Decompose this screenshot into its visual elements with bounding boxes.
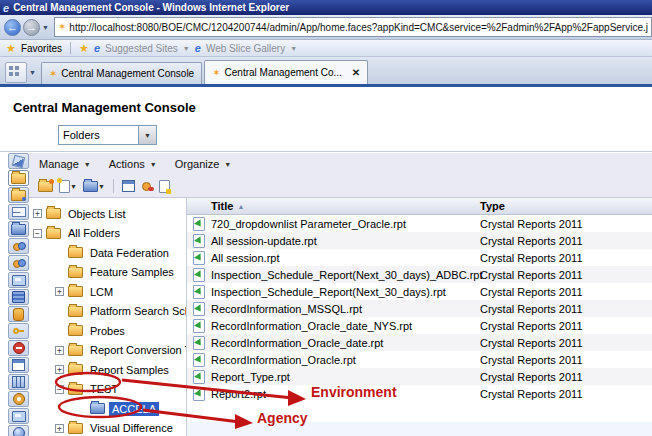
address-input[interactable] xyxy=(69,22,648,33)
organize-menu[interactable]: Organize▼ xyxy=(175,158,232,170)
chevron-down-icon[interactable]: ▼ xyxy=(98,183,105,190)
folder-icon xyxy=(90,403,105,414)
tree-item-lcm[interactable]: +LCM xyxy=(29,282,186,302)
tree-item-label: ACCELA xyxy=(109,402,159,416)
organize-folder-icon xyxy=(83,181,98,192)
new-object-button[interactable]: ▼ xyxy=(59,180,77,193)
actions-menu[interactable]: Actions▼ xyxy=(109,158,157,170)
expand-icon[interactable]: + xyxy=(55,424,64,433)
suggested-sites-icon: e xyxy=(94,43,100,53)
tab-cmc-2-active[interactable]: ✶ Central Management Co... ✕ xyxy=(204,60,368,84)
user-groups-button[interactable] xyxy=(8,255,29,271)
expand-icon[interactable]: + xyxy=(55,346,64,355)
home-button[interactable] xyxy=(8,153,29,169)
add-folder-button[interactable] xyxy=(38,181,53,192)
personal-folders-button[interactable] xyxy=(8,187,29,203)
tree-item-probes[interactable]: Probes xyxy=(29,321,186,341)
crystal-report-icon xyxy=(193,268,205,282)
tab-label: Central Management Console xyxy=(61,68,194,79)
expand-icon[interactable]: + xyxy=(55,365,64,374)
forward-button[interactable]: → xyxy=(23,19,40,36)
calendars-button[interactable] xyxy=(8,357,29,373)
table-row[interactable]: All session.rptCrystal Reports 2011 xyxy=(187,249,652,266)
tab-label: Central Management Co... xyxy=(225,67,342,78)
tree-item-feature-samples[interactable]: Feature Samples xyxy=(29,263,186,283)
tree-item-data-federation[interactable]: Data Federation xyxy=(29,243,186,263)
chevron-down-icon: ▼ xyxy=(224,161,231,168)
note-button[interactable] xyxy=(159,180,170,193)
table-row[interactable]: Report_Type.rptCrystal Reports 2011 xyxy=(187,368,652,385)
add-favorite-icon[interactable]: ★ xyxy=(79,42,89,55)
tree-item-report-samples[interactable]: +Report Samples xyxy=(29,360,186,380)
suggested-sites-button[interactable]: Suggested Sites xyxy=(105,43,178,54)
categories-button[interactable] xyxy=(8,221,29,237)
crystal-report-icon xyxy=(193,370,205,384)
new-object-icon xyxy=(59,180,70,193)
tab-close-icon[interactable]: ✕ xyxy=(352,67,360,78)
table-row[interactable]: Inspection_Schedule_Report(Next_30_days)… xyxy=(187,283,652,300)
user-security-button[interactable] xyxy=(122,180,135,192)
back-button[interactable]: ← xyxy=(4,19,21,36)
row-type: Crystal Reports 2011 xyxy=(480,235,652,247)
table-row[interactable]: RecordInformation_Oracle_date.rptCrystal… xyxy=(187,334,652,351)
remove-user-button[interactable] xyxy=(141,181,153,191)
tree-item-platform-search-scheduling[interactable]: Platform Search Scheduling xyxy=(29,302,186,322)
expand-icon[interactable]: + xyxy=(55,287,64,296)
suggested-sites-caret-icon[interactable]: ▼ xyxy=(183,45,190,52)
type-column-header[interactable]: Type xyxy=(480,200,652,212)
environment-annotation: Environment xyxy=(311,384,397,400)
table-row[interactable]: Inspection_Schedule_Report(Next_30_days)… xyxy=(187,266,652,283)
chevron-down-icon[interactable]: ▼ xyxy=(70,183,77,190)
manage-menu[interactable]: Manage▼ xyxy=(39,158,91,170)
sessions-button[interactable] xyxy=(8,272,29,288)
web-slice-button[interactable]: Web Slice Gallery xyxy=(206,43,285,54)
table-row[interactable]: Report2.rptCrystal Reports 2011 xyxy=(187,385,652,402)
tab-list-caret-icon[interactable]: ▼ xyxy=(29,69,36,76)
site-favicon: ✶ xyxy=(58,22,66,32)
tree-item-label: Probes xyxy=(87,324,128,338)
cmc-area-dropdown[interactable]: Folders ▼ xyxy=(58,125,157,145)
users-button[interactable] xyxy=(8,238,29,254)
history-dropdown-icon[interactable]: ▼ xyxy=(42,24,49,31)
events-button[interactable] xyxy=(8,374,29,390)
tab-cmc-1[interactable]: ✶ Central Management Console xyxy=(41,62,202,84)
favorites-button[interactable]: Favorites xyxy=(21,43,62,54)
inboxes-button[interactable] xyxy=(8,204,29,220)
tree-item-report-conversion-tool[interactable]: +Report Conversion Tool xyxy=(29,341,186,361)
settings-button[interactable] xyxy=(8,391,29,407)
row-type: Crystal Reports 2011 xyxy=(480,269,652,281)
collapse-icon[interactable]: − xyxy=(55,385,64,394)
folder-icon xyxy=(46,208,61,219)
row-type: Crystal Reports 2011 xyxy=(480,354,652,366)
access-levels-button[interactable] xyxy=(8,340,29,356)
title-column-header[interactable]: Title ▲ xyxy=(211,200,480,212)
tree-item-objects-list[interactable]: +Objects List xyxy=(29,204,186,224)
row-type: Crystal Reports 2011 xyxy=(480,320,652,332)
monitoring-button[interactable] xyxy=(8,425,29,436)
table-row[interactable]: 720_dropdownlist Parameter_Oracle.rptCry… xyxy=(187,215,652,232)
folder-icon xyxy=(68,325,83,336)
tree-item-visual-difference[interactable]: +Visual Difference xyxy=(29,419,186,436)
collapse-icon[interactable]: − xyxy=(33,229,42,238)
quick-tabs-button[interactable] xyxy=(5,62,27,83)
table-row[interactable]: RecordInformation_MSSQL.rptCrystal Repor… xyxy=(187,300,652,317)
organize-folder-button[interactable]: ▼ xyxy=(83,181,105,192)
monitoring-icon xyxy=(13,427,25,436)
applications-button[interactable] xyxy=(8,323,29,339)
license-keys-button[interactable] xyxy=(8,408,29,424)
column-label: Type xyxy=(480,200,505,212)
servers-button[interactable] xyxy=(8,289,29,305)
tree-item-all-folders[interactable]: −All Folders xyxy=(29,224,186,244)
folders-button[interactable] xyxy=(8,170,29,186)
expand-icon[interactable]: + xyxy=(33,209,42,218)
address-bar[interactable]: ✶ xyxy=(54,17,652,37)
tree-item-accela[interactable]: ACCELA xyxy=(29,399,186,419)
folder-icon xyxy=(68,286,83,297)
table-row[interactable]: RecordInformation_Oracle_date_NYS.rptCry… xyxy=(187,317,652,334)
table-row[interactable]: RecordInformation_Oracle.rptCrystal Repo… xyxy=(187,351,652,368)
web-slice-caret-icon[interactable]: ▼ xyxy=(290,45,297,52)
chevron-down-icon[interactable]: ▼ xyxy=(138,126,156,144)
tree-item-test[interactable]: −TEST xyxy=(29,380,186,400)
table-row[interactable]: All session-update.rptCrystal Reports 20… xyxy=(187,232,652,249)
connections-button[interactable] xyxy=(8,306,29,322)
